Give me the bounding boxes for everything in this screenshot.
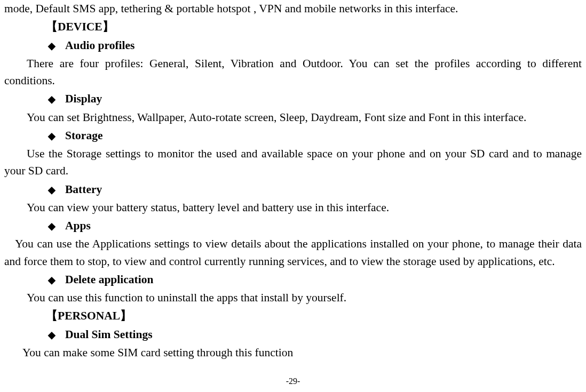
storage-body: Use the Storage settings to monitor the … bbox=[4, 145, 582, 180]
page-number: -29- bbox=[0, 375, 586, 388]
diamond-icon: ◆ bbox=[48, 39, 56, 53]
intro-continued-text: mode, Default SMS app, tethering & porta… bbox=[4, 0, 582, 17]
apps-body: You can use the Applications settings to… bbox=[4, 235, 582, 270]
audio-profiles-bullet: ◆ Audio profiles bbox=[48, 37, 582, 54]
display-body: You can set Brightness, Wallpaper, Auto-… bbox=[4, 109, 582, 126]
apps-title: Apps bbox=[65, 217, 91, 234]
storage-bullet: ◆ Storage bbox=[48, 127, 582, 144]
diamond-icon: ◆ bbox=[48, 273, 56, 287]
storage-title: Storage bbox=[65, 127, 102, 144]
display-bullet: ◆ Display bbox=[48, 90, 582, 107]
diamond-icon: ◆ bbox=[48, 328, 56, 342]
delete-app-bullet: ◆ Delete application bbox=[48, 271, 582, 288]
dual-sim-bullet: ◆ Dual Sim Settings bbox=[48, 326, 582, 343]
diamond-icon: ◆ bbox=[48, 219, 56, 234]
audio-profiles-title: Audio profiles bbox=[65, 37, 134, 54]
audio-profiles-body: There are four profiles: General, Silent… bbox=[4, 55, 582, 90]
delete-app-title: Delete application bbox=[65, 271, 153, 288]
apps-bullet: ◆ Apps bbox=[48, 217, 582, 234]
battery-title: Battery bbox=[65, 181, 102, 198]
dual-sim-title: Dual Sim Settings bbox=[65, 326, 153, 343]
diamond-icon: ◆ bbox=[48, 129, 56, 143]
battery-bullet: ◆ Battery bbox=[48, 181, 582, 198]
diamond-icon: ◆ bbox=[48, 183, 56, 197]
dual-sim-body: You can make some SIM card setting throu… bbox=[4, 344, 582, 361]
diamond-icon: ◆ bbox=[48, 92, 56, 107]
battery-body: You can view your battery status, batter… bbox=[4, 199, 582, 216]
device-section-header: 【DEVICE】 bbox=[46, 18, 582, 35]
delete-app-body: You can use this function to uninstall t… bbox=[4, 289, 582, 306]
display-title: Display bbox=[65, 90, 102, 107]
personal-section-header: 【PERSONAL】 bbox=[46, 307, 582, 324]
